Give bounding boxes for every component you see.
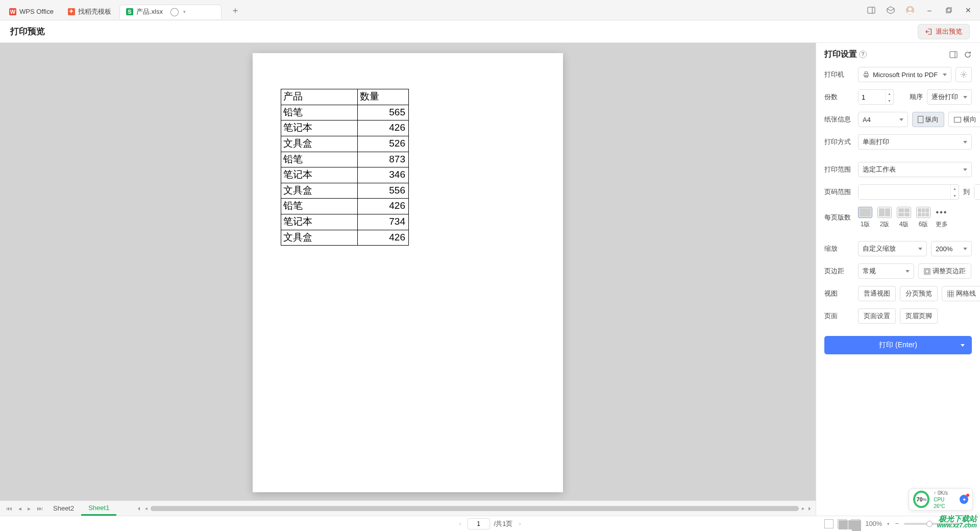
zoom-mode-select[interactable]: 自定义缩放 bbox=[858, 241, 927, 256]
minimize-icon[interactable]: – bbox=[925, 6, 934, 15]
pagerange-to-input[interactable] bbox=[974, 185, 980, 199]
print-button[interactable]: 打印 (Enter) bbox=[824, 336, 972, 354]
tab-templates[interactable]: ✦ 找稻壳模板 bbox=[62, 5, 117, 19]
collapse-panel-icon[interactable] bbox=[949, 51, 958, 59]
cube-icon[interactable] bbox=[886, 6, 895, 15]
cell-qty: 565 bbox=[358, 105, 409, 120]
tab-label: WPS Office bbox=[19, 8, 54, 15]
perf-cpu: CPU 26°C bbox=[934, 496, 955, 510]
range-select[interactable]: 选定工作表 bbox=[858, 162, 972, 177]
header-footer-button[interactable]: 页眉页脚 bbox=[900, 308, 938, 324]
zoom-value[interactable]: 100% bbox=[865, 520, 882, 527]
svg-rect-10 bbox=[865, 72, 867, 74]
panel-toggle-icon[interactable] bbox=[867, 6, 876, 15]
zoom-in-icon[interactable]: ＋ bbox=[965, 519, 972, 528]
orientation-landscape-button[interactable]: 横向 bbox=[948, 112, 980, 127]
close-icon[interactable]: ✕ bbox=[964, 6, 973, 15]
pagerange-from-input[interactable] bbox=[859, 185, 950, 199]
tab-extra: ◯ ▾ bbox=[170, 7, 186, 16]
preview-scroll[interactable]: 产品 数量 铅笔565 笔记本426 文具盒526 铅笔873 笔记本346 文… bbox=[0, 43, 816, 500]
collate-select[interactable]: 逐份打印 bbox=[927, 89, 972, 105]
spin-down-icon[interactable]: ▼ bbox=[951, 192, 959, 199]
perpage-more-button[interactable]: ••• 更多 bbox=[936, 207, 948, 229]
sides-select[interactable]: 单面打印 bbox=[858, 134, 972, 150]
pagerange-to-spinner[interactable]: ▲▼ bbox=[974, 184, 980, 200]
spin-up-icon[interactable]: ▲ bbox=[886, 90, 893, 97]
zoom-slider[interactable] bbox=[904, 523, 960, 525]
tab-sync-icon[interactable]: ◯ bbox=[170, 7, 179, 16]
sheet-next-icon[interactable]: ▸ bbox=[24, 505, 34, 512]
zoom-out-icon[interactable]: − bbox=[895, 520, 899, 527]
wps-icon: W bbox=[9, 8, 16, 15]
hscroll-left-icon[interactable]: ⏴ bbox=[137, 505, 142, 511]
sheet-tab-sheet1[interactable]: Sheet1 bbox=[81, 501, 116, 516]
printer-icon bbox=[863, 71, 870, 78]
page-setup-button[interactable]: 页面设置 bbox=[858, 308, 896, 324]
printer-settings-button[interactable] bbox=[955, 67, 972, 82]
user-avatar-icon[interactable] bbox=[905, 6, 915, 15]
zoom-pct-select[interactable]: 200% bbox=[931, 241, 972, 256]
spin-down-icon[interactable]: ▼ bbox=[886, 97, 893, 104]
zoom-slider-knob[interactable] bbox=[926, 521, 933, 527]
tab-dropdown-icon[interactable]: ▾ bbox=[183, 9, 186, 14]
maximize-icon[interactable] bbox=[944, 6, 953, 15]
hscroll-right-icon[interactable]: ⏵ bbox=[807, 505, 813, 511]
cell-product: 铅笔 bbox=[281, 105, 358, 120]
adjust-margin-button[interactable]: 调整页边距 bbox=[918, 263, 971, 279]
sheet-tab-sheet2[interactable]: Sheet2 bbox=[46, 502, 81, 515]
grid-toggle-button[interactable]: 网格线 bbox=[942, 286, 980, 301]
margin-select[interactable]: 常规 bbox=[858, 263, 914, 279]
hscroll-track[interactable] bbox=[151, 506, 799, 511]
sheet-prev-icon[interactable]: ◂ bbox=[15, 505, 24, 512]
margin-row: 页边距 常规 调整页边距 bbox=[824, 263, 972, 279]
cell-product: 文具盒 bbox=[281, 183, 358, 199]
cell-product: 铅笔 bbox=[281, 152, 358, 167]
cell-qty: 873 bbox=[358, 152, 409, 167]
tab-wps-office[interactable]: W WPS Office bbox=[3, 5, 60, 19]
performance-widget[interactable]: 70% ↑ 0K/s CPU 26°C ✦ bbox=[909, 488, 973, 511]
page-next-icon[interactable]: › bbox=[517, 520, 523, 527]
page-prev-icon[interactable]: ‹ bbox=[457, 520, 463, 527]
perpage-2-button[interactable]: 2版 bbox=[877, 207, 892, 229]
spin-up-icon[interactable]: ▲ bbox=[951, 185, 959, 192]
view-webpage-icon[interactable] bbox=[851, 519, 860, 528]
hscroll-right-step-icon[interactable]: ▸ bbox=[802, 505, 804, 511]
printer-select[interactable]: Microsoft Print to PDF bbox=[858, 67, 951, 82]
portrait-icon bbox=[918, 116, 923, 123]
paper-size-select[interactable]: A4 bbox=[858, 112, 908, 127]
sides-value: 单面打印 bbox=[863, 137, 960, 147]
zoom-row: 缩放 自定义缩放 200% bbox=[824, 241, 972, 256]
orientation-portrait-button[interactable]: 纵向 bbox=[912, 112, 944, 127]
new-tab-button[interactable]: ＋ bbox=[227, 4, 244, 16]
table-header: 数量 bbox=[358, 89, 409, 105]
refresh-icon[interactable] bbox=[964, 51, 972, 59]
page-row: 页面 页面设置 页眉页脚 bbox=[824, 308, 972, 324]
sheet-first-icon[interactable]: ⏮ bbox=[3, 505, 15, 512]
normal-view-button[interactable]: 普通视图 bbox=[858, 286, 896, 301]
pagerange-from-spinner[interactable]: ▲▼ bbox=[858, 184, 959, 200]
chevron-down-icon[interactable]: ▾ bbox=[887, 521, 890, 526]
help-icon[interactable]: ? bbox=[859, 51, 867, 58]
copies-input[interactable] bbox=[859, 90, 885, 104]
svg-rect-16 bbox=[925, 270, 929, 273]
perpage-6-button[interactable]: 6版 bbox=[916, 207, 930, 229]
sheet-last-icon[interactable]: ⏭ bbox=[34, 505, 46, 512]
print-preview-header: 打印预览 退出预览 bbox=[0, 20, 980, 43]
page-current-input[interactable] bbox=[468, 518, 490, 529]
margin-label: 页边距 bbox=[824, 267, 853, 276]
print-button-label: 打印 (Enter) bbox=[879, 341, 917, 350]
exit-preview-button[interactable]: 退出预览 bbox=[918, 24, 970, 39]
perf-pct: 70 bbox=[916, 496, 922, 502]
copies-spinner[interactable]: ▲▼ bbox=[858, 89, 894, 105]
perf-boost-icon[interactable]: ✦ bbox=[960, 495, 968, 504]
pagerange-row: 页码范围 ▲▼ 到 ▲▼ bbox=[824, 184, 972, 200]
sides-row: 打印方式 单面打印 bbox=[824, 134, 972, 150]
hscroll-thumb[interactable] bbox=[151, 506, 799, 511]
tab-document[interactable]: S 产品.xlsx ◯ ▾ bbox=[119, 5, 222, 19]
hscroll-left-step-icon[interactable]: ◂ bbox=[145, 505, 148, 511]
view-single-icon[interactable] bbox=[824, 519, 834, 528]
view-two-icon[interactable] bbox=[838, 519, 847, 528]
perpage-1-button[interactable]: 1版 bbox=[858, 207, 872, 229]
perpage-4-button[interactable]: 4版 bbox=[897, 207, 911, 229]
pagebreak-view-button[interactable]: 分页预览 bbox=[900, 286, 938, 301]
